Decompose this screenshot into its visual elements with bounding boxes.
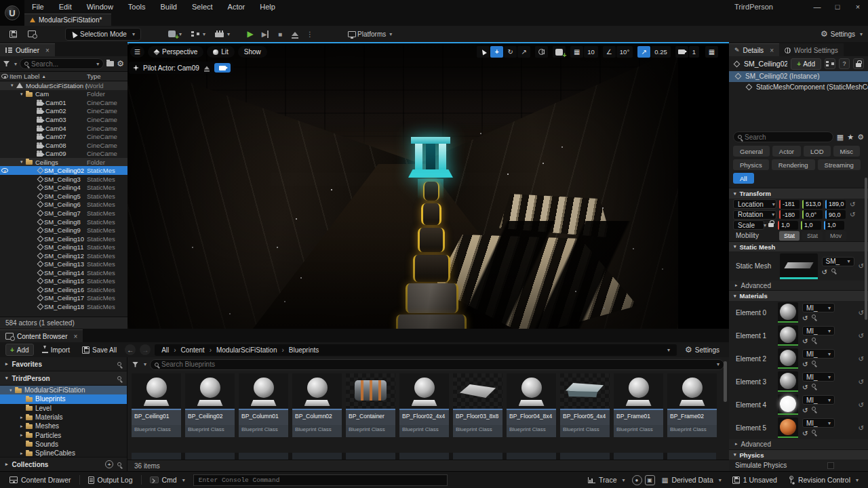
asset-tile[interactable]: BP_Container Blueprint Class — [346, 373, 395, 437]
rotation-z-field[interactable]: 90,0 — [825, 210, 846, 219]
expand-arrow-icon[interactable]: ▸ — [20, 424, 26, 429]
asset-tile[interactable]: BP_Floor05_4x4 Blueprint Class — [560, 373, 610, 437]
advanced-expander[interactable]: ▸Advanced — [729, 281, 868, 291]
table-row[interactable]: ▾ Cam Folder — [0, 90, 127, 99]
browse-to-asset-icon[interactable] — [812, 430, 816, 434]
table-row[interactable]: SM_Ceiling8 StaticMes — [0, 218, 127, 226]
scale-snap-value[interactable]: 0.25 — [651, 46, 671, 58]
section-transform[interactable]: ▾Transform — [729, 188, 868, 199]
expand-arrow-icon[interactable]: ▸ — [20, 451, 26, 456]
material-thumbnail[interactable] — [778, 418, 798, 438]
table-row[interactable]: ▾ Ceilings Folder — [0, 158, 127, 167]
add-actor-dropdown[interactable]: ▾ — [165, 28, 184, 41]
project-root-expander[interactable]: ▾ TrirdPerson — [0, 371, 127, 386]
save-all-button[interactable]: Save All — [78, 344, 121, 356]
revision-control-dropdown[interactable]: Revision Control▾ — [784, 472, 863, 488]
lit-dropdown[interactable]: Lit — [207, 46, 235, 58]
browse-content-button[interactable] — [24, 28, 39, 40]
eye-icon[interactable] — [1, 74, 8, 79]
reset-icon[interactable]: ↺ — [859, 401, 864, 409]
maximize-button[interactable]: □ — [827, 0, 848, 14]
breadcrumb-item[interactable]: All› — [161, 346, 176, 354]
stop-piloting-icon[interactable] — [204, 66, 210, 70]
reset-icon[interactable]: ↺ — [850, 201, 855, 208]
reset-icon[interactable]: ↺ — [850, 211, 855, 218]
mobility-movable-button[interactable]: Mov — [825, 231, 846, 241]
table-row[interactable]: SM_Ceiling10 StaticMes — [0, 235, 127, 243]
rotation-x-field[interactable]: -180 — [779, 210, 800, 219]
filter-chip[interactable]: General — [733, 146, 770, 157]
add-asset-button[interactable]: +Add — [5, 344, 34, 356]
component-row-staticmesh[interactable]: StaticMeshComponent (StaticMeshComp — [729, 82, 868, 93]
use-selected-icon[interactable]: ↺ — [802, 314, 808, 322]
asset-tile[interactable]: BP_Ceiling02 Blueprint Class — [185, 373, 235, 437]
reset-icon[interactable]: ↺ — [859, 355, 864, 363]
browse-to-asset-icon[interactable] — [812, 384, 816, 388]
level-tab[interactable]: ModularSciFiStation* — [24, 14, 111, 26]
location-dropdown[interactable]: Location▾ — [733, 199, 776, 209]
material-thumbnail[interactable] — [778, 348, 798, 369]
table-row[interactable]: SM_Ceiling17 StaticMes — [0, 294, 127, 303]
asset-tile[interactable]: BP_Floor02_4x4 Blueprint Class — [399, 373, 449, 437]
filter-chip[interactable]: Misc — [833, 146, 861, 157]
eject-button[interactable] — [288, 28, 302, 41]
table-row[interactable]: Cam07 CineCame — [0, 132, 127, 141]
use-selected-icon[interactable]: ↺ — [802, 338, 808, 345]
reset-icon[interactable]: ↺ — [859, 378, 864, 386]
asset-tile[interactable]: BP_Ceiling01 Blueprint Class — [132, 373, 181, 437]
tab-content-browser[interactable]: Content Browser × — [0, 329, 83, 342]
menu-item[interactable]: Window — [79, 0, 121, 14]
maximize-viewport-button[interactable]: ▦ — [705, 46, 718, 58]
breadcrumb-item[interactable]: Content› — [181, 346, 212, 354]
table-row[interactable]: SM_Ceiling3 StaticMes — [0, 175, 127, 184]
scale-lock-icon[interactable] — [768, 223, 774, 227]
help-button[interactable]: ? — [839, 58, 850, 69]
asset-tile[interactable]: BP_Floor04_8x4 Blueprint Class — [507, 373, 556, 437]
scale-z-field[interactable]: 1,0 — [824, 221, 844, 230]
location-z-field[interactable]: 189,0 — [825, 200, 846, 209]
material-dropdown[interactable]: MI_▾ — [802, 349, 835, 359]
folder-tree-item[interactable]: ▸ Particles — [0, 430, 127, 439]
material-dropdown[interactable]: MI_▾ — [802, 303, 835, 312]
chevron-down-icon[interactable]: ▾ — [144, 361, 146, 367]
add-component-button[interactable]: +Add — [791, 58, 821, 70]
blueprint-edit-button[interactable] — [825, 58, 835, 69]
display-options-icon[interactable]: ▦ — [837, 133, 844, 142]
gear-icon[interactable]: ⚙ — [857, 133, 864, 142]
simulate-physics-checkbox[interactable] — [827, 462, 834, 469]
favorites-expander[interactable]: ▸ Favorites — [0, 357, 127, 371]
tab-details[interactable]: ✎ Details × — [729, 43, 779, 56]
content-scrollbar[interactable] — [724, 361, 727, 402]
material-dropdown[interactable]: MI_▾ — [802, 326, 835, 336]
material-dropdown[interactable]: MI_▾ — [802, 395, 835, 405]
stop-button[interactable]: ■ — [273, 28, 287, 41]
content-browser-settings[interactable]: ⚙Settings — [681, 344, 724, 356]
location-y-field[interactable]: 513,0 — [802, 200, 823, 209]
outliner-search-input[interactable]: Search... ▾ — [20, 58, 104, 69]
menu-item[interactable]: Help — [252, 0, 283, 14]
material-dropdown[interactable]: MI_▾ — [802, 418, 835, 428]
folder-tree-item[interactable]: Sounds — [0, 440, 127, 449]
selection-mode-dropdown[interactable]: Selection Mode ▾ — [65, 28, 141, 41]
rotation-snap-toggle[interactable]: ∠ — [603, 46, 616, 58]
expand-arrow-icon[interactable]: ▸ — [20, 432, 26, 438]
move-tool-button[interactable]: + — [490, 46, 503, 58]
section-physics[interactable]: ▾Physics — [729, 449, 868, 460]
breadcrumb[interactable]: All›Content›ModularSciFiStation›Blueprin… — [155, 344, 677, 356]
asset-tile[interactable]: BP_Floor03_8x8 Blueprint Class — [453, 373, 502, 437]
table-row[interactable]: SM_Ceiling18 StaticMes — [0, 302, 127, 311]
filter-chip[interactable]: Streaming — [818, 159, 861, 170]
table-row[interactable]: Cam03 CineCame — [0, 115, 127, 124]
play-button[interactable]: ▶ — [243, 28, 257, 41]
search-icon[interactable] — [117, 376, 121, 380]
static-mesh-dropdown[interactable]: SM_▾ — [822, 257, 854, 266]
close-icon[interactable]: × — [45, 47, 50, 54]
collections-expander[interactable]: ▸ Collections + — [0, 457, 127, 471]
browse-to-asset-icon[interactable] — [812, 314, 816, 319]
scale-snap-toggle[interactable]: ↗ — [637, 46, 650, 58]
section-static-mesh[interactable]: ▾Static Mesh — [729, 241, 868, 252]
asset-tile[interactable]: BP_Frame01 Blueprint Class — [614, 373, 663, 437]
filter-chip[interactable]: Physics — [733, 159, 769, 170]
save-button[interactable] — [5, 28, 20, 40]
chevron-down-icon[interactable]: ▾ — [667, 347, 670, 353]
